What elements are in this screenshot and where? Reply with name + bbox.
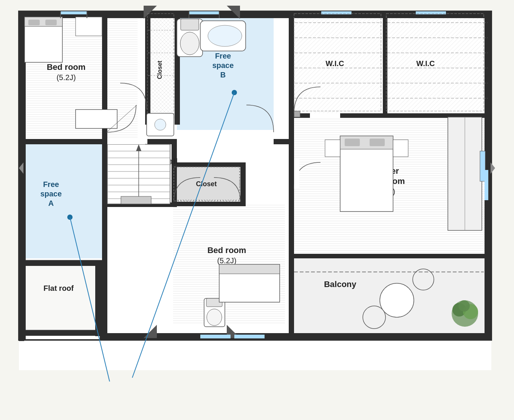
- svg-point-65: [180, 32, 199, 55]
- svg-rect-50: [172, 202, 246, 206]
- svg-rect-132: [200, 335, 231, 338]
- svg-point-104: [207, 309, 222, 326]
- svg-rect-20: [385, 13, 490, 115]
- svg-rect-25: [291, 11, 491, 18]
- svg-rect-81: [121, 196, 151, 204]
- svg-rect-36: [102, 11, 107, 155]
- svg-rect-87: [393, 140, 408, 157]
- closet2-label: Closet: [196, 180, 217, 188]
- svg-rect-34: [19, 330, 102, 336]
- svg-rect-118: [310, 113, 340, 118]
- svg-point-143: [155, 119, 166, 130]
- svg-rect-90: [480, 151, 485, 181]
- svg-rect-31: [19, 261, 102, 266]
- closet1-label: Closet: [156, 60, 163, 79]
- svg-rect-127: [189, 11, 219, 14]
- svg-rect-116: [107, 139, 145, 144]
- svg-point-114: [458, 300, 470, 312]
- svg-rect-144: [294, 111, 300, 117]
- svg-rect-11: [20, 141, 104, 258]
- svg-rect-63: [76, 110, 117, 128]
- svg-rect-46: [102, 139, 107, 335]
- bedroom1-label: Bed room: [47, 62, 86, 72]
- free-space-a-label3: A: [48, 199, 54, 207]
- free-space-a-label2: space: [40, 190, 62, 198]
- svg-rect-85: [370, 139, 385, 146]
- svg-point-109: [363, 306, 386, 329]
- floor-plan: Bed room (5.2J) Free space A Free space …: [0, 0, 514, 420]
- svg-rect-61: [45, 20, 57, 25]
- svg-rect-42: [289, 11, 294, 340]
- svg-rect-62: [76, 17, 102, 36]
- svg-rect-66: [181, 19, 199, 30]
- svg-point-68: [208, 25, 242, 46]
- free-space-b-label3: B: [220, 71, 226, 79]
- svg-rect-84: [345, 139, 360, 146]
- svg-rect-45: [289, 254, 491, 258]
- svg-rect-30: [291, 333, 491, 340]
- svg-rect-134: [485, 170, 488, 200]
- bedroom2-label: Bed room: [207, 246, 246, 255]
- wic2-label: W.I.C: [416, 59, 435, 68]
- svg-rect-28: [102, 333, 183, 340]
- flat-roof-label: Flat roof: [43, 284, 74, 292]
- svg-rect-131: [416, 11, 446, 14]
- svg-rect-119: [294, 159, 299, 189]
- balcony-label: Balcony: [324, 279, 356, 289]
- bedroom1-size: (5.2J): [56, 73, 76, 82]
- svg-rect-86: [325, 140, 340, 157]
- svg-rect-133: [234, 335, 265, 338]
- svg-rect-51: [240, 162, 246, 206]
- svg-rect-107: [219, 264, 280, 274]
- svg-rect-130: [321, 11, 351, 14]
- svg-rect-37: [145, 11, 150, 125]
- wic1-label: W.I.C: [326, 59, 344, 68]
- free-space-b-label: Free: [215, 52, 231, 60]
- free-space-b-label2: space: [212, 61, 234, 69]
- svg-rect-60: [28, 20, 40, 25]
- bedroom2-size: (5.2J): [217, 256, 236, 265]
- svg-rect-124: [60, 11, 87, 14]
- free-space-a-label: Free: [43, 180, 59, 188]
- svg-rect-44: [383, 11, 387, 115]
- svg-point-108: [380, 283, 414, 317]
